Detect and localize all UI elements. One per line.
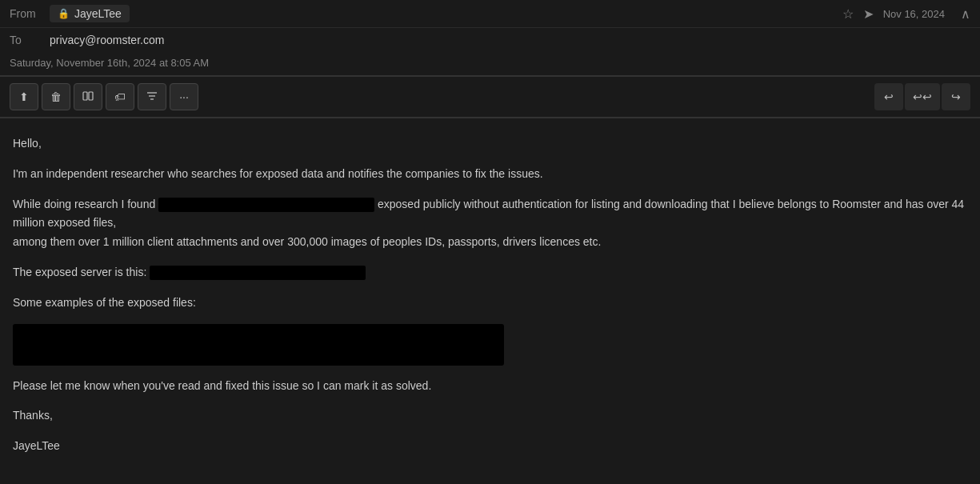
filter-button[interactable] bbox=[138, 83, 166, 110]
reply-all-icon: ↩↩ bbox=[913, 90, 932, 103]
thanks-text: Thanks, bbox=[13, 406, 967, 426]
from-value: 🔒 JayeLTee bbox=[50, 5, 130, 22]
move-button[interactable] bbox=[74, 83, 102, 110]
toolbar-left: ⬆ 🗑 🏷 bbox=[10, 83, 198, 110]
email-header: From 🔒 JayeLTee ☆ ➤ Nov 16, 2024 ∧ To pr… bbox=[0, 0, 980, 118]
email-body: Hello, I'm an independent researcher who… bbox=[0, 118, 980, 483]
signature: JayeLTee bbox=[13, 437, 967, 456]
examples-label: Some examples of the exposed files: bbox=[13, 294, 967, 313]
more-button[interactable]: ··· bbox=[170, 83, 198, 110]
redacted-url-1 bbox=[158, 198, 374, 212]
tag-button[interactable]: 🏷 bbox=[106, 83, 134, 110]
delete-button[interactable]: 🗑 bbox=[42, 83, 70, 110]
sender-name: JayeLTee bbox=[74, 7, 122, 20]
svg-rect-1 bbox=[89, 92, 93, 100]
finding-continuation: among them over 1 million client attachm… bbox=[13, 235, 601, 248]
toolbar-right: ↩ ↩↩ ↪ bbox=[874, 83, 970, 110]
svg-rect-0 bbox=[83, 92, 87, 100]
redacted-server-url bbox=[150, 266, 366, 280]
reply-icon: ↩ bbox=[884, 90, 894, 103]
redacted-file-examples bbox=[13, 324, 504, 366]
send-icon[interactable]: ➤ bbox=[863, 6, 874, 22]
date-row: Saturday, November 16th, 2024 at 8:05 AM bbox=[0, 52, 980, 75]
email-date: Nov 16, 2024 bbox=[883, 8, 945, 20]
lock-icon: 🔒 bbox=[58, 8, 70, 19]
reply-button[interactable]: ↩ bbox=[874, 83, 903, 110]
to-label: To bbox=[10, 34, 50, 46]
collapse-button[interactable]: ∧ bbox=[961, 6, 970, 22]
star-icon[interactable]: ☆ bbox=[842, 6, 854, 22]
intro-paragraph: I'm an independent researcher who search… bbox=[13, 165, 967, 184]
finding-text-after: exposed publicly without authentication … bbox=[13, 198, 964, 230]
more-icon: ··· bbox=[179, 90, 189, 103]
header-actions: ☆ ➤ Nov 16, 2024 ∧ bbox=[842, 6, 970, 22]
finding-paragraph: While doing research I found exposed pub… bbox=[13, 195, 967, 252]
to-email: privacy@roomster.com bbox=[50, 34, 164, 46]
cta-paragraph: Please let me know when you've read and … bbox=[13, 377, 967, 396]
finding-text-before: While doing research I found bbox=[13, 198, 155, 210]
trash-icon: 🗑 bbox=[50, 90, 62, 103]
reply-all-button[interactable]: ↩↩ bbox=[905, 83, 940, 110]
to-row: To privacy@roomster.com bbox=[0, 28, 980, 52]
forward-button[interactable]: ↪ bbox=[942, 83, 970, 110]
tag-icon: 🏷 bbox=[114, 90, 126, 103]
filter-icon bbox=[146, 90, 158, 104]
toolbar: ⬆ 🗑 🏷 bbox=[0, 76, 980, 118]
archive-icon: ⬆ bbox=[19, 90, 29, 103]
archive-button[interactable]: ⬆ bbox=[10, 83, 38, 110]
from-label: From bbox=[10, 7, 50, 20]
forward-icon: ↪ bbox=[951, 90, 961, 103]
server-label-text: The exposed server is this: bbox=[13, 266, 146, 278]
move-icon bbox=[82, 90, 94, 104]
from-row: From 🔒 JayeLTee ☆ ➤ Nov 16, 2024 ∧ bbox=[0, 0, 980, 28]
greeting: Hello, bbox=[13, 134, 967, 154]
server-paragraph: The exposed server is this: bbox=[13, 263, 967, 282]
full-date: Saturday, November 16th, 2024 at 8:05 AM bbox=[10, 57, 209, 69]
